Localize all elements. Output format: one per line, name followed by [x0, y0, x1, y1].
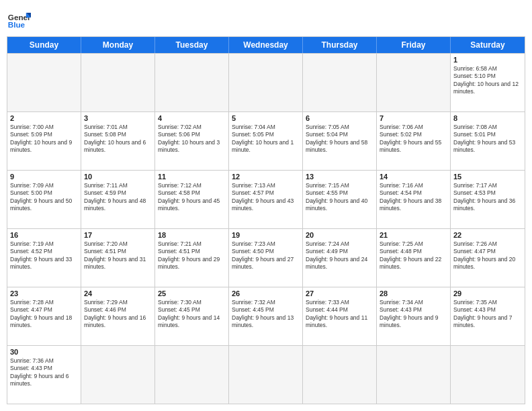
calendar-cell: [303, 346, 377, 404]
day-info: Sunrise: 7:13 AM Sunset: 4:57 PM Dayligh…: [232, 182, 300, 213]
calendar-cell: [377, 346, 451, 404]
calendar-cell: 8Sunrise: 7:08 AM Sunset: 5:01 PM Daylig…: [451, 112, 525, 170]
day-number: 20: [306, 231, 373, 239]
weekday-header-tuesday: Tuesday: [155, 37, 229, 53]
weekday-header-monday: Monday: [81, 37, 155, 53]
day-number: 5: [232, 114, 300, 122]
calendar-cell: 30Sunrise: 7:36 AM Sunset: 4:43 PM Dayli…: [7, 346, 81, 404]
day-info: Sunrise: 7:04 AM Sunset: 5:05 PM Dayligh…: [232, 124, 300, 154]
day-info: Sunrise: 7:28 AM Sunset: 4:47 PM Dayligh…: [10, 299, 78, 330]
calendar-cell: 10Sunrise: 7:11 AM Sunset: 4:59 PM Dayli…: [81, 171, 155, 228]
calendar-body: 1Sunrise: 6:58 AM Sunset: 5:10 PM Daylig…: [7, 53, 525, 404]
calendar-cell: 17Sunrise: 7:20 AM Sunset: 4:51 PM Dayli…: [81, 229, 155, 287]
day-info: Sunrise: 6:58 AM Sunset: 5:10 PM Dayligh…: [453, 65, 522, 96]
calendar-cell: 29Sunrise: 7:35 AM Sunset: 4:43 PM Dayli…: [451, 287, 525, 345]
day-number: 29: [453, 289, 522, 298]
calendar-cell: 26Sunrise: 7:32 AM Sunset: 4:45 PM Dayli…: [229, 287, 303, 345]
day-number: 11: [158, 173, 226, 181]
calendar-cell: 22Sunrise: 7:26 AM Sunset: 4:47 PM Dayli…: [451, 229, 525, 287]
calendar-cell: 1Sunrise: 6:58 AM Sunset: 5:10 PM Daylig…: [451, 54, 525, 111]
day-number: 16: [10, 231, 78, 239]
calendar-cell: 12Sunrise: 7:13 AM Sunset: 4:57 PM Dayli…: [229, 171, 303, 228]
calendar-cell: 27Sunrise: 7:33 AM Sunset: 4:44 PM Dayli…: [303, 287, 377, 345]
calendar-cell: 28Sunrise: 7:34 AM Sunset: 4:43 PM Dayli…: [377, 287, 451, 345]
day-info: Sunrise: 7:33 AM Sunset: 4:44 PM Dayligh…: [306, 299, 373, 330]
day-info: Sunrise: 7:01 AM Sunset: 5:08 PM Dayligh…: [84, 124, 152, 154]
day-info: Sunrise: 7:23 AM Sunset: 4:50 PM Dayligh…: [232, 240, 300, 271]
day-number: 4: [158, 114, 226, 122]
weekday-header-saturday: Saturday: [451, 37, 525, 53]
calendar-cell: 4Sunrise: 7:02 AM Sunset: 5:06 PM Daylig…: [155, 112, 229, 170]
svg-text:Blue: Blue: [8, 20, 26, 29]
weekday-header-sunday: Sunday: [7, 37, 81, 53]
day-number: 7: [380, 114, 447, 122]
calendar-cell: 9Sunrise: 7:09 AM Sunset: 5:00 PM Daylig…: [7, 171, 81, 228]
calendar-row-1: 2Sunrise: 7:00 AM Sunset: 5:09 PM Daylig…: [7, 111, 525, 170]
calendar-row-4: 23Sunrise: 7:28 AM Sunset: 4:47 PM Dayli…: [7, 287, 525, 345]
day-info: Sunrise: 7:17 AM Sunset: 4:53 PM Dayligh…: [453, 182, 522, 213]
day-number: 13: [306, 173, 373, 181]
weekday-header-wednesday: Wednesday: [229, 37, 303, 53]
day-number: 10: [84, 173, 152, 181]
calendar-cell: 2Sunrise: 7:00 AM Sunset: 5:09 PM Daylig…: [7, 112, 81, 170]
page: General Blue SundayMondayTuesdayWednesda…: [0, 0, 532, 411]
calendar-cell: 21Sunrise: 7:25 AM Sunset: 4:48 PM Dayli…: [377, 229, 451, 287]
day-number: 19: [232, 231, 300, 239]
day-number: 3: [84, 114, 152, 122]
calendar-cell: 14Sunrise: 7:16 AM Sunset: 4:54 PM Dayli…: [377, 171, 451, 228]
calendar-cell: 19Sunrise: 7:23 AM Sunset: 4:50 PM Dayli…: [229, 229, 303, 287]
day-info: Sunrise: 7:06 AM Sunset: 5:02 PM Dayligh…: [380, 124, 447, 154]
day-info: Sunrise: 7:24 AM Sunset: 4:49 PM Dayligh…: [306, 240, 373, 271]
day-info: Sunrise: 7:26 AM Sunset: 4:47 PM Dayligh…: [453, 240, 522, 271]
day-info: Sunrise: 7:35 AM Sunset: 4:43 PM Dayligh…: [453, 299, 522, 330]
calendar-cell: [155, 54, 229, 111]
day-info: Sunrise: 7:05 AM Sunset: 5:04 PM Dayligh…: [306, 124, 373, 154]
day-info: Sunrise: 7:00 AM Sunset: 5:09 PM Dayligh…: [10, 124, 78, 154]
calendar-cell: 7Sunrise: 7:06 AM Sunset: 5:02 PM Daylig…: [377, 112, 451, 170]
logo: General Blue: [7, 7, 31, 31]
day-number: 2: [10, 114, 78, 122]
day-number: 6: [306, 114, 373, 122]
day-number: 30: [10, 348, 78, 356]
day-number: 15: [453, 173, 522, 181]
day-number: 14: [380, 173, 447, 181]
day-info: Sunrise: 7:15 AM Sunset: 4:55 PM Dayligh…: [306, 182, 373, 213]
calendar-cell: 13Sunrise: 7:15 AM Sunset: 4:55 PM Dayli…: [303, 171, 377, 228]
day-info: Sunrise: 7:08 AM Sunset: 5:01 PM Dayligh…: [453, 124, 522, 154]
logo-icon: General Blue: [7, 7, 31, 31]
day-number: 24: [84, 289, 152, 298]
weekday-header-thursday: Thursday: [303, 37, 377, 53]
day-info: Sunrise: 7:36 AM Sunset: 4:43 PM Dayligh…: [10, 357, 78, 388]
calendar-cell: 25Sunrise: 7:30 AM Sunset: 4:45 PM Dayli…: [155, 287, 229, 345]
calendar-row-3: 16Sunrise: 7:19 AM Sunset: 4:52 PM Dayli…: [7, 228, 525, 287]
calendar-cell: 5Sunrise: 7:04 AM Sunset: 5:05 PM Daylig…: [229, 112, 303, 170]
calendar-cell: [229, 346, 303, 404]
day-number: 27: [306, 289, 373, 298]
day-number: 17: [84, 231, 152, 239]
calendar: SundayMondayTuesdayWednesdayThursdayFrid…: [7, 36, 525, 404]
calendar-cell: [303, 54, 377, 111]
day-info: Sunrise: 7:30 AM Sunset: 4:45 PM Dayligh…: [158, 299, 226, 330]
calendar-row-0: 1Sunrise: 6:58 AM Sunset: 5:10 PM Daylig…: [7, 53, 525, 111]
day-number: 9: [10, 173, 78, 181]
day-number: 21: [380, 231, 447, 239]
calendar-cell: [81, 346, 155, 404]
calendar-cell: [155, 346, 229, 404]
calendar-cell: [451, 346, 525, 404]
calendar-cell: 15Sunrise: 7:17 AM Sunset: 4:53 PM Dayli…: [451, 171, 525, 228]
calendar-cell: [229, 54, 303, 111]
day-info: Sunrise: 7:20 AM Sunset: 4:51 PM Dayligh…: [84, 240, 152, 271]
day-number: 22: [453, 231, 522, 239]
calendar-cell: 16Sunrise: 7:19 AM Sunset: 4:52 PM Dayli…: [7, 229, 81, 287]
day-number: 1: [453, 56, 522, 64]
day-number: 25: [158, 289, 226, 298]
day-info: Sunrise: 7:09 AM Sunset: 5:00 PM Dayligh…: [10, 182, 78, 213]
day-number: 28: [380, 289, 447, 298]
day-info: Sunrise: 7:19 AM Sunset: 4:52 PM Dayligh…: [10, 240, 78, 271]
day-number: 12: [232, 173, 300, 181]
calendar-cell: [377, 54, 451, 111]
day-info: Sunrise: 7:34 AM Sunset: 4:43 PM Dayligh…: [380, 299, 447, 330]
calendar-cell: [81, 54, 155, 111]
calendar-cell: 11Sunrise: 7:12 AM Sunset: 4:58 PM Dayli…: [155, 171, 229, 228]
weekday-header-friday: Friday: [377, 37, 451, 53]
